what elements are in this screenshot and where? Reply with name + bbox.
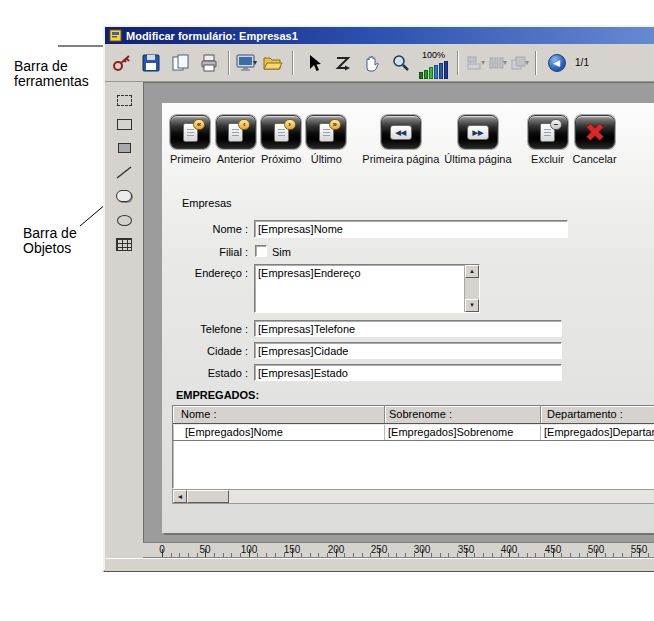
printer-icon	[199, 53, 219, 73]
ruler-number: 450	[545, 544, 562, 555]
line-tool-button[interactable]	[113, 162, 135, 182]
cell-nome: [Empregados]Nome	[173, 425, 385, 440]
nav-button-ultima-pagina[interactable]: ▶▶ Última página	[444, 115, 511, 165]
pointer-tool-button[interactable]	[300, 49, 327, 77]
nav-button-ultimo[interactable]: » Último	[306, 115, 346, 165]
folder-open-icon	[262, 53, 283, 73]
annotation-toolbar-label: Barra de ferramentas	[14, 59, 102, 90]
zoom-level-control[interactable]: 100%	[419, 47, 448, 79]
window-bottom-strip	[105, 558, 654, 571]
column-header-departamento[interactable]: Departamento :	[541, 406, 654, 423]
nav-button-label: Última página	[444, 153, 511, 165]
distribute-button[interactable]: ▾	[487, 54, 507, 72]
app-icon	[109, 29, 122, 42]
up-arrow-icon: ▲	[469, 268, 475, 274]
nav-button-label: Primeira página	[362, 153, 439, 165]
zoom-tool-button[interactable]	[387, 49, 414, 77]
nav-button-label: Primeiro	[170, 153, 211, 165]
window-title: Modificar formulário: Empresas1	[126, 30, 298, 42]
estado-field[interactable]: [Empresas]Estado	[254, 364, 562, 381]
empregados-listbox[interactable]: Nome : Sobrenome : Departamento : [Empre…	[172, 405, 654, 489]
nav-button-primeira-pagina[interactable]: ◀◀ Primeira página	[362, 115, 439, 165]
print-button[interactable]	[195, 49, 222, 77]
scroll-left-button[interactable]: ◄	[173, 490, 187, 503]
toolbar: ▾	[105, 44, 654, 82]
rectangle-tool-button[interactable]	[113, 114, 135, 134]
ruler-number: 400	[501, 544, 518, 555]
column-header-sobrenome[interactable]: Sobrenome :	[385, 406, 541, 423]
open-form-button[interactable]	[259, 49, 286, 77]
grid-tool-button[interactable]	[113, 234, 135, 254]
chevron-down-icon: ▾	[525, 58, 529, 67]
last-page-icon: ▶▶	[458, 115, 498, 149]
align-button[interactable]: ▾	[465, 54, 485, 72]
cidade-label: Cidade :	[162, 345, 248, 357]
marquee-tool-button[interactable]	[113, 90, 135, 110]
cidade-field[interactable]: [Empresas]Cidade	[254, 342, 562, 359]
column-header-nome[interactable]: Nome :	[173, 406, 385, 423]
next-record-icon: ›	[261, 115, 301, 149]
listbox-row: [Empregados]Nome [Empregados]Sobrenome […	[173, 424, 654, 441]
nav-button-proximo[interactable]: › Próximo	[261, 115, 301, 165]
toolbar-separator	[457, 51, 459, 75]
rounded-rectangle-icon	[116, 190, 132, 202]
save-button[interactable]	[137, 49, 164, 77]
oval-tool-button[interactable]	[113, 210, 135, 230]
ruler-number: 300	[414, 544, 431, 555]
toolbar-separator	[228, 51, 230, 75]
entry-order-tool-button[interactable]	[329, 49, 356, 77]
validate-button[interactable]	[108, 49, 135, 77]
cancel-icon	[575, 115, 615, 149]
nav-button-primeiro[interactable]: « Primeiro	[170, 115, 211, 165]
nav-button-label: Anterior	[217, 153, 256, 165]
first-page-icon: ◀◀	[381, 115, 421, 149]
delete-record-icon: −	[528, 115, 568, 149]
entry-order-icon	[333, 53, 353, 73]
chevron-down-icon: ▾	[481, 58, 485, 67]
down-arrow-icon: ▼	[469, 302, 475, 308]
endereco-scrollbar[interactable]: ▲ ▼	[464, 265, 479, 312]
rounded-rect-tool-button[interactable]	[113, 186, 135, 206]
endereco-field[interactable]: [Empresas]Endereço ▲ ▼	[254, 264, 480, 313]
endereco-label: Endereço :	[162, 267, 248, 279]
nav-button-label: Último	[311, 153, 342, 165]
nav-button-anterior[interactable]: ‹ Anterior	[216, 115, 256, 165]
filial-checkbox[interactable]	[255, 245, 267, 257]
toolbar-separator	[292, 51, 294, 75]
screenshot-page: Barra de ferramentas Barra de Objetos Mo…	[0, 0, 654, 621]
telefone-label: Telefone :	[162, 323, 248, 335]
nome-field[interactable]: [Empresas]Nome	[254, 220, 568, 238]
filial-checkbox-label: Sim	[272, 246, 291, 258]
nav-button-cancelar[interactable]: Cancelar	[573, 115, 617, 165]
filial-label: Filial :	[162, 246, 248, 258]
left-arrow-icon: ◄	[177, 493, 184, 500]
zoom-bars-icon	[419, 61, 448, 79]
last-page-visited-button[interactable]: ◀	[543, 49, 570, 77]
title-bar[interactable]: Modificar formulário: Empresas1	[105, 27, 654, 44]
form-canvas: « Primeiro ‹ Anterior › Pró	[143, 82, 654, 542]
chevron-down-icon: ▾	[503, 58, 507, 67]
record-nav-buttons: « Primeiro ‹ Anterior › Pró	[170, 115, 622, 165]
magnifier-icon	[391, 53, 411, 73]
floppy-icon	[141, 53, 161, 73]
nav-button-label: Cancelar	[573, 153, 617, 165]
page-indicator: 1/1	[575, 57, 589, 68]
annotation-objects-label: Barra de Objetos	[23, 226, 89, 257]
zoom-level-label: 100%	[422, 51, 445, 60]
print-preview-button[interactable]	[166, 49, 193, 77]
listbox-hscrollbar[interactable]: ◄	[172, 489, 654, 504]
scroll-down-button[interactable]: ▼	[465, 299, 479, 312]
nav-button-excluir[interactable]: − Excluir	[528, 115, 568, 165]
display-mode-button[interactable]: ▾	[236, 53, 257, 73]
scrollbar-thumb[interactable]	[187, 490, 229, 503]
telefone-field[interactable]: [Empresas]Telefone	[254, 320, 562, 337]
pages-icon	[170, 53, 190, 73]
app-window: Modificar formulário: Empresas1	[103, 25, 654, 572]
hand-tool-button[interactable]	[358, 49, 385, 77]
cell-departamento: [Empregados]Departamento	[541, 425, 654, 440]
duplicate-button[interactable]: ▾	[509, 54, 529, 72]
field-tool-button[interactable]	[113, 138, 135, 158]
scroll-up-button[interactable]: ▲	[465, 265, 479, 278]
pointer-icon	[304, 53, 324, 73]
form-page: « Primeiro ‹ Anterior › Pró	[162, 103, 654, 533]
